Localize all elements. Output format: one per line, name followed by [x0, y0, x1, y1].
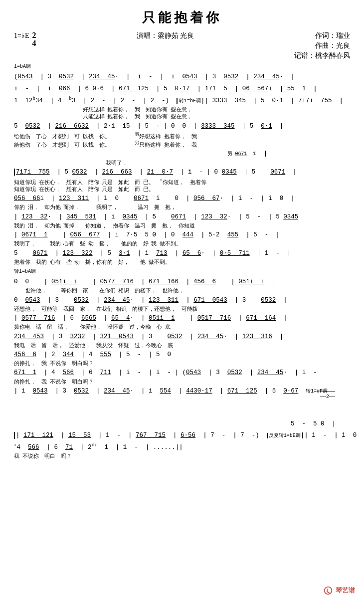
score-row-1: 1=bA调 (0543 | 3 0532 | 234 45· | i - | i…	[14, 61, 350, 83]
score-row-13: | 0577 716 | 6 6565 | 65 4· | 051i i | 0…	[14, 313, 350, 330]
time-signature: 2 4	[32, 31, 36, 47]
note-row-2: i - | i 066 | 6 0·6 | 671 125 | 5 0·17 |…	[14, 84, 350, 94]
note-row-8: | 123 32· | 345 531 | i 0345 | 5 0671 | …	[14, 212, 350, 222]
lyric-row-16: 的挣扎， 我 不说你 明白吗？	[14, 379, 350, 385]
score-row-5: 另 0671 1 | 我明了，	[14, 149, 350, 166]
score-body: 1=bA调 (0543 | 3 0532 | 234 45· | i - | i…	[14, 61, 350, 460]
score-row-3: 1 12b34 | 4 b3 | 2 - | 2 - | 2 -) 转1=bE调…	[14, 95, 350, 120]
watermark-text: 琴艺谱	[336, 586, 355, 595]
note-row-19: | i7i i2i | 15 53 | i - | 767 715 | 6·56…	[14, 430, 350, 441]
score-row-15: 456 6 | 2 344 | 4 555 | 5 - | 5 0 的挣扎， 我…	[14, 350, 350, 367]
note-row-4: 5 0532 | 216 6632 | 2·i i5 | 5 - | 0 0 |…	[14, 121, 350, 132]
score-row-11: 转1=bA调 0 0 | 051i i | 0577 716 | 671 166…	[14, 266, 350, 294]
performers-label: 演唱：梁静茹 光良	[36, 31, 294, 40]
lyric-row-8: 我的 泪， 却为他 而掉， 你知道， 抱着你 温习 拥 抱， 你知道	[14, 222, 350, 229]
meta-right: 作词：瑞业 作曲：光良 记谱：桃李醉春风	[294, 31, 350, 60]
score-row-14: 234 453 | 3 3232 | 321 0543 | 3 0532 | 2…	[14, 332, 350, 349]
score-row-12: 0 0543 | 3 0532 | 234 45· | 123 311 | 67…	[14, 295, 350, 312]
lyric-row-15: 的挣扎， 我 不说你 明白吗？	[14, 360, 350, 367]
lyric-row-4b: 给他伤 了心 才想到 可 以找 你。 另只能这样 抱着你， 我	[14, 140, 350, 148]
note-row-17: | i 0543 | 3 0532 | 234 45· | i 554 | 44…	[14, 386, 350, 397]
note-row-5: 另 0671 1 |	[14, 149, 350, 159]
score-row-20: ♀4 566 | 6 71 | 2♯♯ 1 | 1 - | ......|| 我…	[14, 442, 350, 460]
lyric-row-11: 也许他， 等你回 家， 在你们 相识 的楼下， 也许他，	[14, 287, 350, 294]
score-row-7: 056 66i | 123 311 | i 0 0671 i 0 | 056 6…	[14, 194, 350, 210]
song-title: 只能抱着你	[14, 9, 350, 26]
lyric-row-14: 我电 话 留 话， 还爱他， 我从没 怀疑 过，今晚心 底	[14, 342, 350, 349]
transcriber-label: 记谱：桃李醉春风	[294, 51, 350, 60]
score-row-8: | 123 32· | 345 531 | i 0345 | 5 0671 | …	[14, 212, 350, 229]
meta-left: 1=♭E 2 4	[14, 31, 36, 49]
score-row-2: i - | i 066 | 6 0·6 | 671 125 | 5 0·17 |…	[14, 84, 350, 94]
score-row-16: 671 1 | 4 566 | 6 711 | i - | i - | (054…	[14, 368, 350, 385]
note-row-20: ♀4 566 | 6 71 | 2♯♯ 1 | 1 - | ......||	[14, 442, 350, 453]
note-row-18: ——2—— 5 - 5 0 |	[14, 398, 350, 429]
note-row-7: 056 66i | 123 311 | i 0 0671 i 0 | 056 6…	[14, 194, 350, 204]
key-time: 1=♭E 2 4	[14, 31, 36, 47]
lyric-row-10: 抱着你 我的 心有 些 动 摇，你有的 好， 他 做不到。	[14, 259, 350, 265]
note-row-9: | 0671 1 | 056 677 | i 7·5 5 0 | 0 444 |…	[14, 230, 350, 240]
lyric-row-6b: 知道你现 在伤心， 想有人 陪你 只是 如此 而 已。	[14, 186, 350, 193]
lyric-row-6a: 知道你现 在伤心， 想有人 陪你 只是 如此 而 已。 ♀你知道， 抱着你	[14, 178, 350, 186]
note-row-12: 0 0543 | 3 0532 | 234 45· | 123 311 | 67…	[14, 295, 350, 306]
lyric-row-9: 我明了， 我的 心有 些 动 摇， 他的的 好 我 做不到。	[14, 240, 350, 247]
note-row-6: 7i7i 755 | 5 0532 | 216 663 | 2i 0·7 | i…	[14, 167, 350, 178]
score-row-18: ——2—— 5 - 5 0 |	[14, 398, 350, 429]
lyric-row-7: 你的 泪， 却为他 而掉， 我明了， 温习 拥 抱，	[14, 204, 350, 210]
score-row-10: 5 0671 | 123 322 | 5 3·1 | i 713 | 65 6·…	[14, 248, 350, 265]
meta-row: 1=♭E 2 4 演唱：梁静茹 光良 作词：瑞业 作曲：光良 记谱：桃李醉春风	[14, 31, 350, 60]
lyric-row-5: 我明了，	[14, 160, 350, 166]
note-row-3: 1 12b34 | 4 b3 | 2 - | 2 - | 2 -) 转1=bE调…	[14, 95, 350, 106]
arranger-label: 作曲：光良	[294, 41, 350, 50]
lyric-row-13: 拨你电 话 留 话， 你爱他， 没怀疑 过，今晚 心 底	[14, 324, 350, 330]
score-row-6: 7i7i 755 | 5 0532 | 216 663 | 2i 0·7 | i…	[14, 167, 350, 193]
note-row-16: 671 1 | 4 566 | 6 711 | i - | i - | (054…	[14, 368, 350, 378]
note-row-15: 456 6 | 2 344 | 4 555 | 5 - | 5 0	[14, 350, 350, 360]
lyric-row-3b: 只能这样 抱着你， 我 知道你有 些在意，	[14, 113, 350, 120]
composer-label: 作词：瑞业	[294, 31, 350, 40]
score-row-9: | 0671 1 | 056 677 | i 7·5 5 0 | 0 444 |…	[14, 230, 350, 247]
watermark: 琴艺谱	[323, 585, 355, 596]
note-row-14: 234 453 | 3 3232 | 321 0543 | 3 0532 | 2…	[14, 332, 350, 342]
watermark-icon	[323, 585, 334, 596]
score-row-19: | i7i i2i | 15 53 | i - | 767 715 | 6·56…	[14, 430, 350, 441]
key-label: 1=♭E	[14, 31, 29, 40]
note-row-10: 5 0671 | 123 322 | 5 3·1 | i 713 | 65 6·…	[14, 248, 350, 259]
lyric-row-3a: 好想这样 抱着你， 我 知道你有 些在意，	[14, 106, 350, 113]
score-row-17: | i 0543 | 3 0532 | 234 45· | i 554 | 44…	[14, 386, 350, 397]
note-row-1: 1=bA调 (0543 | 3 0532 | 234 45· | i - | i…	[14, 61, 350, 83]
note-row-13: | 0577 716 | 6 6565 | 65 4· | 051i i | 0…	[14, 313, 350, 324]
page: 只能抱着你 1=♭E 2 4 演唱：梁静茹 光良 作词：瑞业 作曲：光良 记谱：…	[0, 0, 364, 605]
lyric-row-20: 我 不说你 明白 吗？	[14, 453, 350, 459]
lyric-row-4a: 给他伤 了心 才想到 可 以找 你。 另好想这样 抱着你， 我	[14, 132, 350, 140]
lyric-row-12: 还想他， 可能等 我回 家， 在我们 相识 的楼下，还想他， 可能拨	[14, 306, 350, 312]
score-row-4: 5 0532 | 216 6632 | 2·i i5 | 5 - | 0 0 |…	[14, 121, 350, 148]
note-row-11: 转1=bA调 0 0 | 051i i | 0577 716 | 671 166…	[14, 266, 350, 288]
